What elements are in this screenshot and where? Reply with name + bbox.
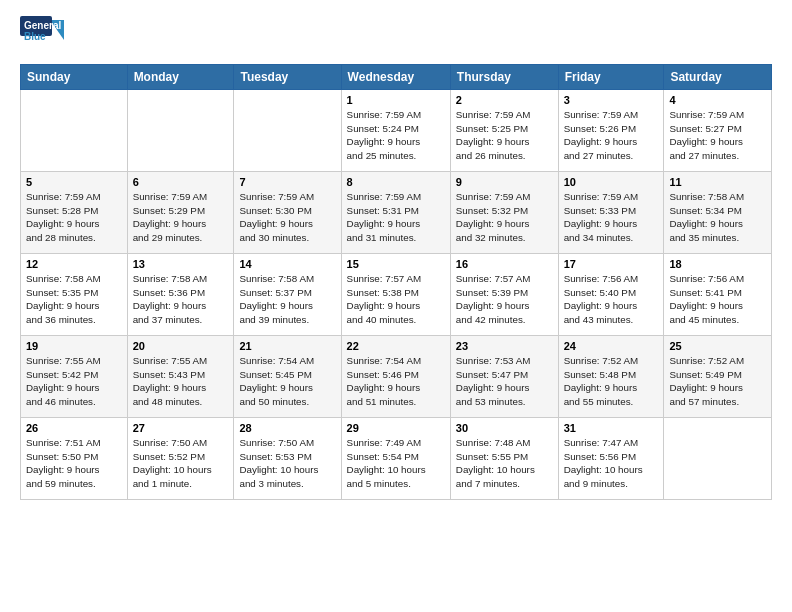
- day-info: Sunrise: 7:59 AM Sunset: 5:26 PM Dayligh…: [564, 108, 659, 163]
- weekday-header-saturday: Saturday: [664, 65, 772, 90]
- day-info: Sunrise: 7:52 AM Sunset: 5:48 PM Dayligh…: [564, 354, 659, 409]
- day-number: 12: [26, 258, 122, 270]
- calendar-week-row: 1Sunrise: 7:59 AM Sunset: 5:24 PM Daylig…: [21, 90, 772, 172]
- day-number: 4: [669, 94, 766, 106]
- calendar-cell: 24Sunrise: 7:52 AM Sunset: 5:48 PM Dayli…: [558, 336, 664, 418]
- day-info: Sunrise: 7:48 AM Sunset: 5:55 PM Dayligh…: [456, 436, 553, 491]
- weekday-header-sunday: Sunday: [21, 65, 128, 90]
- day-number: 21: [239, 340, 335, 352]
- calendar-cell: 6Sunrise: 7:59 AM Sunset: 5:29 PM Daylig…: [127, 172, 234, 254]
- day-number: 2: [456, 94, 553, 106]
- calendar-cell: 21Sunrise: 7:54 AM Sunset: 5:45 PM Dayli…: [234, 336, 341, 418]
- day-info: Sunrise: 7:59 AM Sunset: 5:30 PM Dayligh…: [239, 190, 335, 245]
- day-info: Sunrise: 7:57 AM Sunset: 5:38 PM Dayligh…: [347, 272, 445, 327]
- calendar-cell: 7Sunrise: 7:59 AM Sunset: 5:30 PM Daylig…: [234, 172, 341, 254]
- calendar-cell: 16Sunrise: 7:57 AM Sunset: 5:39 PM Dayli…: [450, 254, 558, 336]
- calendar-week-row: 19Sunrise: 7:55 AM Sunset: 5:42 PM Dayli…: [21, 336, 772, 418]
- calendar-table: SundayMondayTuesdayWednesdayThursdayFrid…: [20, 64, 772, 500]
- day-info: Sunrise: 7:51 AM Sunset: 5:50 PM Dayligh…: [26, 436, 122, 491]
- calendar-cell: 29Sunrise: 7:49 AM Sunset: 5:54 PM Dayli…: [341, 418, 450, 500]
- day-info: Sunrise: 7:59 AM Sunset: 5:25 PM Dayligh…: [456, 108, 553, 163]
- day-number: 10: [564, 176, 659, 188]
- day-number: 30: [456, 422, 553, 434]
- day-number: 16: [456, 258, 553, 270]
- calendar-week-row: 26Sunrise: 7:51 AM Sunset: 5:50 PM Dayli…: [21, 418, 772, 500]
- day-number: 7: [239, 176, 335, 188]
- day-info: Sunrise: 7:50 AM Sunset: 5:52 PM Dayligh…: [133, 436, 229, 491]
- calendar-cell: 20Sunrise: 7:55 AM Sunset: 5:43 PM Dayli…: [127, 336, 234, 418]
- weekday-header-thursday: Thursday: [450, 65, 558, 90]
- day-info: Sunrise: 7:59 AM Sunset: 5:28 PM Dayligh…: [26, 190, 122, 245]
- day-info: Sunrise: 7:59 AM Sunset: 5:27 PM Dayligh…: [669, 108, 766, 163]
- header: General Blue: [20, 16, 772, 54]
- calendar-cell: 15Sunrise: 7:57 AM Sunset: 5:38 PM Dayli…: [341, 254, 450, 336]
- day-number: 19: [26, 340, 122, 352]
- weekday-header-row: SundayMondayTuesdayWednesdayThursdayFrid…: [21, 65, 772, 90]
- calendar-cell: 12Sunrise: 7:58 AM Sunset: 5:35 PM Dayli…: [21, 254, 128, 336]
- calendar-cell: [234, 90, 341, 172]
- day-number: 5: [26, 176, 122, 188]
- day-number: 11: [669, 176, 766, 188]
- calendar-cell: [21, 90, 128, 172]
- calendar-cell: 9Sunrise: 7:59 AM Sunset: 5:32 PM Daylig…: [450, 172, 558, 254]
- day-info: Sunrise: 7:52 AM Sunset: 5:49 PM Dayligh…: [669, 354, 766, 409]
- day-number: 1: [347, 94, 445, 106]
- calendar-cell: [127, 90, 234, 172]
- day-info: Sunrise: 7:57 AM Sunset: 5:39 PM Dayligh…: [456, 272, 553, 327]
- calendar-cell: [664, 418, 772, 500]
- calendar-cell: 5Sunrise: 7:59 AM Sunset: 5:28 PM Daylig…: [21, 172, 128, 254]
- day-info: Sunrise: 7:59 AM Sunset: 5:32 PM Dayligh…: [456, 190, 553, 245]
- calendar-cell: 3Sunrise: 7:59 AM Sunset: 5:26 PM Daylig…: [558, 90, 664, 172]
- calendar-cell: 27Sunrise: 7:50 AM Sunset: 5:52 PM Dayli…: [127, 418, 234, 500]
- day-info: Sunrise: 7:59 AM Sunset: 5:33 PM Dayligh…: [564, 190, 659, 245]
- calendar-week-row: 12Sunrise: 7:58 AM Sunset: 5:35 PM Dayli…: [21, 254, 772, 336]
- day-number: 13: [133, 258, 229, 270]
- day-info: Sunrise: 7:47 AM Sunset: 5:56 PM Dayligh…: [564, 436, 659, 491]
- calendar-cell: 13Sunrise: 7:58 AM Sunset: 5:36 PM Dayli…: [127, 254, 234, 336]
- svg-text:General: General: [24, 20, 61, 31]
- calendar-cell: 25Sunrise: 7:52 AM Sunset: 5:49 PM Dayli…: [664, 336, 772, 418]
- day-number: 31: [564, 422, 659, 434]
- logo: General Blue: [20, 16, 66, 54]
- calendar-week-row: 5Sunrise: 7:59 AM Sunset: 5:28 PM Daylig…: [21, 172, 772, 254]
- calendar-cell: 1Sunrise: 7:59 AM Sunset: 5:24 PM Daylig…: [341, 90, 450, 172]
- logo-icon: General Blue: [20, 16, 64, 54]
- day-info: Sunrise: 7:59 AM Sunset: 5:31 PM Dayligh…: [347, 190, 445, 245]
- calendar-cell: 10Sunrise: 7:59 AM Sunset: 5:33 PM Dayli…: [558, 172, 664, 254]
- calendar-cell: 22Sunrise: 7:54 AM Sunset: 5:46 PM Dayli…: [341, 336, 450, 418]
- day-number: 15: [347, 258, 445, 270]
- weekday-header-monday: Monday: [127, 65, 234, 90]
- calendar-cell: 26Sunrise: 7:51 AM Sunset: 5:50 PM Dayli…: [21, 418, 128, 500]
- calendar-cell: 4Sunrise: 7:59 AM Sunset: 5:27 PM Daylig…: [664, 90, 772, 172]
- calendar-cell: 8Sunrise: 7:59 AM Sunset: 5:31 PM Daylig…: [341, 172, 450, 254]
- calendar-cell: 14Sunrise: 7:58 AM Sunset: 5:37 PM Dayli…: [234, 254, 341, 336]
- day-info: Sunrise: 7:56 AM Sunset: 5:40 PM Dayligh…: [564, 272, 659, 327]
- calendar-cell: 28Sunrise: 7:50 AM Sunset: 5:53 PM Dayli…: [234, 418, 341, 500]
- day-number: 24: [564, 340, 659, 352]
- day-number: 25: [669, 340, 766, 352]
- day-info: Sunrise: 7:59 AM Sunset: 5:24 PM Dayligh…: [347, 108, 445, 163]
- calendar-cell: 18Sunrise: 7:56 AM Sunset: 5:41 PM Dayli…: [664, 254, 772, 336]
- calendar-cell: 23Sunrise: 7:53 AM Sunset: 5:47 PM Dayli…: [450, 336, 558, 418]
- day-number: 14: [239, 258, 335, 270]
- day-number: 8: [347, 176, 445, 188]
- day-number: 29: [347, 422, 445, 434]
- svg-text:Blue: Blue: [24, 31, 46, 42]
- calendar-cell: 17Sunrise: 7:56 AM Sunset: 5:40 PM Dayli…: [558, 254, 664, 336]
- day-info: Sunrise: 7:54 AM Sunset: 5:45 PM Dayligh…: [239, 354, 335, 409]
- calendar-cell: 31Sunrise: 7:47 AM Sunset: 5:56 PM Dayli…: [558, 418, 664, 500]
- day-number: 22: [347, 340, 445, 352]
- weekday-header-tuesday: Tuesday: [234, 65, 341, 90]
- day-info: Sunrise: 7:54 AM Sunset: 5:46 PM Dayligh…: [347, 354, 445, 409]
- calendar-cell: 2Sunrise: 7:59 AM Sunset: 5:25 PM Daylig…: [450, 90, 558, 172]
- day-number: 6: [133, 176, 229, 188]
- calendar-cell: 11Sunrise: 7:58 AM Sunset: 5:34 PM Dayli…: [664, 172, 772, 254]
- day-info: Sunrise: 7:58 AM Sunset: 5:35 PM Dayligh…: [26, 272, 122, 327]
- day-info: Sunrise: 7:58 AM Sunset: 5:37 PM Dayligh…: [239, 272, 335, 327]
- day-number: 18: [669, 258, 766, 270]
- day-info: Sunrise: 7:49 AM Sunset: 5:54 PM Dayligh…: [347, 436, 445, 491]
- day-info: Sunrise: 7:50 AM Sunset: 5:53 PM Dayligh…: [239, 436, 335, 491]
- day-number: 27: [133, 422, 229, 434]
- day-info: Sunrise: 7:55 AM Sunset: 5:42 PM Dayligh…: [26, 354, 122, 409]
- day-info: Sunrise: 7:58 AM Sunset: 5:36 PM Dayligh…: [133, 272, 229, 327]
